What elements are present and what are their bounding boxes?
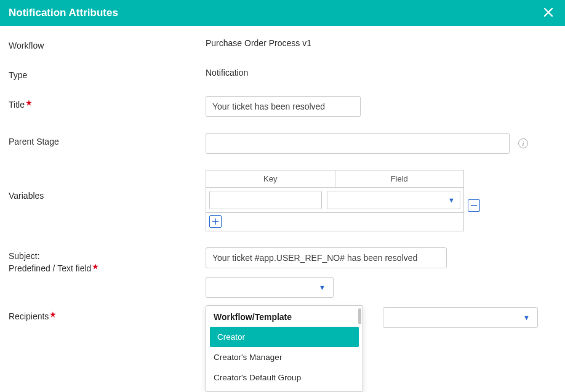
form-body: Workflow Purchase Order Process v1 Type …: [0, 26, 565, 329]
label-workflow: Workflow: [9, 37, 206, 50]
dialog-title: Notification Attributes: [9, 7, 118, 19]
row-parent-stage: Parent Stage i: [0, 133, 565, 154]
variables-table-header: Key Field: [206, 170, 463, 188]
chevron-down-icon: ▼: [319, 284, 326, 291]
row-workflow: Workflow Purchase Order Process v1: [0, 37, 565, 50]
close-icon[interactable]: [540, 4, 556, 22]
required-star-icon: ★: [26, 99, 32, 106]
scrollbar-thumb[interactable]: [358, 308, 361, 324]
required-star-icon: ★: [92, 263, 98, 270]
dropdown-option-creators-default-group[interactable]: Creator's Default Group: [206, 367, 363, 388]
variables-table: Key Field ▼: [206, 170, 464, 231]
subject-input[interactable]: [206, 247, 447, 268]
label-variables: Variables: [9, 170, 206, 201]
required-star-icon: ★: [50, 311, 56, 318]
recipients-dropdown: Workflow/Template Creator Creator's Mana…: [206, 305, 363, 392]
row-subject: Subject: Predefined / Text field★ ▼: [0, 247, 565, 298]
value-workflow: Purchase Order Process v1: [206, 37, 311, 48]
variables-table-row: ▼: [206, 188, 463, 212]
dialog-header: Notification Attributes: [0, 0, 565, 26]
parent-stage-input[interactable]: [206, 133, 510, 154]
value-type: Notification: [206, 66, 248, 78]
row-type: Type Notification: [0, 66, 565, 80]
predefined-select[interactable]: ▼: [206, 277, 334, 298]
info-icon[interactable]: i: [518, 138, 528, 148]
recipients-secondary-select[interactable]: ▼: [383, 307, 538, 328]
var-field-select[interactable]: ▼: [327, 191, 460, 209]
chevron-down-icon: ▼: [523, 314, 530, 321]
add-row-button[interactable]: [209, 215, 222, 228]
vars-col-field: Field: [335, 170, 464, 187]
variables-table-footer: [206, 212, 463, 231]
chevron-down-icon: ▼: [448, 196, 455, 204]
row-title: Title★: [0, 96, 565, 117]
var-key-input[interactable]: [209, 191, 322, 209]
dropdown-group-label: Workflow/Template: [206, 306, 363, 327]
dropdown-option-creator[interactable]: Creator: [210, 327, 359, 347]
label-subject: Subject: Predefined / Text field★: [9, 247, 206, 273]
row-variables: Variables Key Field ▼: [0, 170, 565, 231]
title-input[interactable]: [206, 96, 361, 117]
label-type: Type: [9, 66, 206, 80]
dropdown-option-creators-manager[interactable]: Creator's Manager: [206, 347, 363, 367]
label-parent-stage: Parent Stage: [9, 133, 206, 146]
label-title: Title★: [9, 96, 206, 110]
vars-col-key: Key: [206, 170, 335, 187]
remove-row-button[interactable]: [468, 199, 480, 212]
label-recipients: Recipients★: [9, 306, 206, 321]
